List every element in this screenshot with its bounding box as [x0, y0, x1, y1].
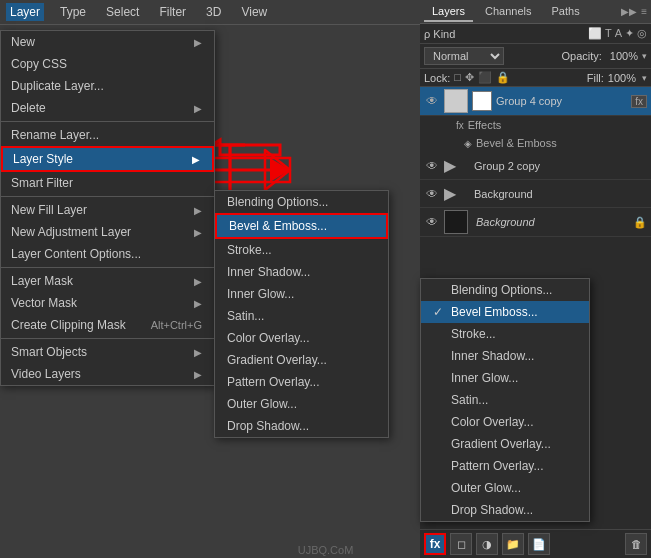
lock-icons: □ ✥ ⬛ 🔒: [454, 71, 510, 84]
fx-badge: fx: [631, 95, 647, 108]
submenu-innerglow[interactable]: Inner Glow...: [215, 283, 388, 305]
layer-background-group[interactable]: 👁 ▶ Background: [420, 180, 651, 208]
layer-group4copy[interactable]: 👁 Group 4 copy fx: [420, 87, 651, 116]
new-layer-button[interactable]: 📄: [528, 533, 550, 555]
blend-row: Normal Opacity: 100% ▾: [420, 44, 651, 69]
fx-patternoverlay[interactable]: Pattern Overlay...: [421, 455, 589, 477]
menu-item-smartobjects[interactable]: Smart Objects ▶: [1, 341, 214, 363]
fx-gradientoverlay[interactable]: Gradient Overlay...: [421, 433, 589, 455]
menu-view[interactable]: View: [237, 3, 271, 21]
menu-item-rename[interactable]: Rename Layer...: [1, 124, 214, 146]
fx-stroke[interactable]: Stroke...: [421, 323, 589, 345]
menu-item-smartfilter[interactable]: Smart Filter: [1, 172, 214, 194]
visibility-icon[interactable]: 👁: [424, 186, 440, 202]
lock-transparent-icon[interactable]: □: [454, 71, 461, 84]
opacity-value: 100%: [610, 50, 638, 62]
effect-name: Bevel & Emboss: [476, 137, 557, 149]
fx-dropshadow[interactable]: Drop Shadow...: [421, 499, 589, 521]
delete-layer-button[interactable]: 🗑: [625, 533, 647, 555]
submenu-dropshadow[interactable]: Drop Shadow...: [215, 415, 388, 437]
filter-text-icon[interactable]: A: [615, 27, 622, 40]
fx-button[interactable]: fx: [424, 533, 446, 555]
menu-item-newfill[interactable]: New Fill Layer ▶: [1, 199, 214, 221]
check-icon: ✓: [433, 305, 445, 319]
layer-background[interactable]: 👁 Background 🔒: [420, 208, 651, 237]
lock-position-icon[interactable]: ⬛: [478, 71, 492, 84]
menu-item-layermask[interactable]: Layer Mask ▶: [1, 270, 214, 292]
fx-bevel[interactable]: ✓ Bevel Emboss...: [421, 301, 589, 323]
visibility-icon[interactable]: 👁: [424, 93, 440, 109]
tab-channels[interactable]: Channels: [477, 2, 539, 22]
submenu-coloroverlay[interactable]: Color Overlay...: [215, 327, 388, 349]
left-panel: Layer Type Select Filter 3D View: [0, 0, 420, 558]
fx-coloroverlay[interactable]: Color Overlay...: [421, 411, 589, 433]
fx-blending[interactable]: Blending Options...: [421, 279, 589, 301]
panel-menu-icon[interactable]: ≡: [641, 6, 647, 17]
menu-item-layercontent[interactable]: Layer Content Options...: [1, 243, 214, 265]
submenu-stroke[interactable]: Stroke...: [215, 239, 388, 261]
right-panel: Layers Channels Paths ▶▶ ≡ ρ Kind ⬜ T A …: [420, 0, 651, 558]
tab-layers[interactable]: Layers: [424, 2, 473, 22]
menu-select[interactable]: Select: [102, 3, 143, 21]
add-mask-button[interactable]: ◻: [450, 533, 472, 555]
layer-thumb: ▶: [444, 155, 466, 177]
menu-3d[interactable]: 3D: [202, 3, 225, 21]
fx-satin[interactable]: Satin...: [421, 389, 589, 411]
filter-row: ρ Kind ⬜ T A ✦ ◎: [420, 24, 651, 44]
visibility-icon[interactable]: 👁: [424, 158, 440, 174]
fx-innershadow[interactable]: Inner Shadow...: [421, 345, 589, 367]
menu-item-duplicate[interactable]: Duplicate Layer...: [1, 75, 214, 97]
layerstyle-submenu: Blending Options... Bevel & Emboss... St…: [214, 190, 389, 438]
new-group-button[interactable]: 📁: [502, 533, 524, 555]
menu-item-videolayers[interactable]: Video Layers ▶: [1, 363, 214, 385]
arrow-icon: ▶: [194, 276, 202, 287]
menu-type[interactable]: Type: [56, 3, 90, 21]
menu-item-newadjustment[interactable]: New Adjustment Layer ▶: [1, 221, 214, 243]
lock-all-icon[interactable]: 🔒: [496, 71, 510, 84]
layer-name: Background: [476, 216, 629, 228]
layer-name: Group 2 copy: [474, 160, 647, 172]
filter-icons: ⬜ T A ✦ ◎: [588, 27, 647, 40]
effects-header: fx Effects: [420, 116, 651, 134]
visibility-icon[interactable]: 👁: [424, 214, 440, 230]
panel-expand-icon[interactable]: ▶▶: [621, 6, 637, 17]
menu-item-copycss[interactable]: Copy CSS: [1, 53, 214, 75]
main-container: Layer Type Select Filter 3D View: [0, 0, 651, 558]
menu-layer[interactable]: Layer: [6, 3, 44, 21]
arrow-icon: ▶: [194, 37, 202, 48]
layer-thumb: [444, 210, 468, 234]
layer-name: Background: [474, 188, 647, 200]
lock-pixels-icon[interactable]: ✥: [465, 71, 474, 84]
fx-outerglow[interactable]: Outer Glow...: [421, 477, 589, 499]
submenu-bevel[interactable]: Bevel & Emboss...: [215, 213, 388, 239]
menu-item-layerstyle[interactable]: Layer Style ▶: [1, 146, 214, 172]
adjustment-button[interactable]: ◑: [476, 533, 498, 555]
filter-adjust-icon[interactable]: T: [605, 27, 612, 40]
lock-label: Lock:: [424, 72, 450, 84]
watermark: UJBQ.CoM: [298, 544, 354, 556]
arrow-icon: ▶: [194, 369, 202, 380]
dropdown-container: New ▶ Copy CSS Duplicate Layer... Delete…: [0, 30, 215, 386]
filter-pixel-icon[interactable]: ⬜: [588, 27, 602, 40]
fx-innerglow[interactable]: Inner Glow...: [421, 367, 589, 389]
layer-thumb: [444, 89, 468, 113]
opacity-arrow[interactable]: ▾: [642, 51, 647, 61]
submenu-patternoverlay[interactable]: Pattern Overlay...: [215, 371, 388, 393]
tab-paths[interactable]: Paths: [544, 2, 588, 22]
menu-filter[interactable]: Filter: [155, 3, 190, 21]
blend-select[interactable]: Normal: [424, 47, 504, 65]
menu-item-vectormask[interactable]: Vector Mask ▶: [1, 292, 214, 314]
filter-smart-icon[interactable]: ◎: [637, 27, 647, 40]
submenu-gradientoverlay[interactable]: Gradient Overlay...: [215, 349, 388, 371]
layer-group2copy[interactable]: 👁 ▶ Group 2 copy: [420, 152, 651, 180]
fill-arrow[interactable]: ▾: [642, 73, 647, 83]
submenu-outerglow[interactable]: Outer Glow...: [215, 393, 388, 415]
submenu-satin[interactable]: Satin...: [215, 305, 388, 327]
effect-bevel: ◈ Bevel & Emboss: [420, 134, 651, 152]
filter-shape-icon[interactable]: ✦: [625, 27, 634, 40]
menu-item-delete[interactable]: Delete ▶: [1, 97, 214, 119]
submenu-innershadow[interactable]: Inner Shadow...: [215, 261, 388, 283]
menu-item-new[interactable]: New ▶: [1, 31, 214, 53]
submenu-blending[interactable]: Blending Options...: [215, 191, 388, 213]
menu-item-clipping[interactable]: Create Clipping Mask Alt+Ctrl+G: [1, 314, 214, 336]
